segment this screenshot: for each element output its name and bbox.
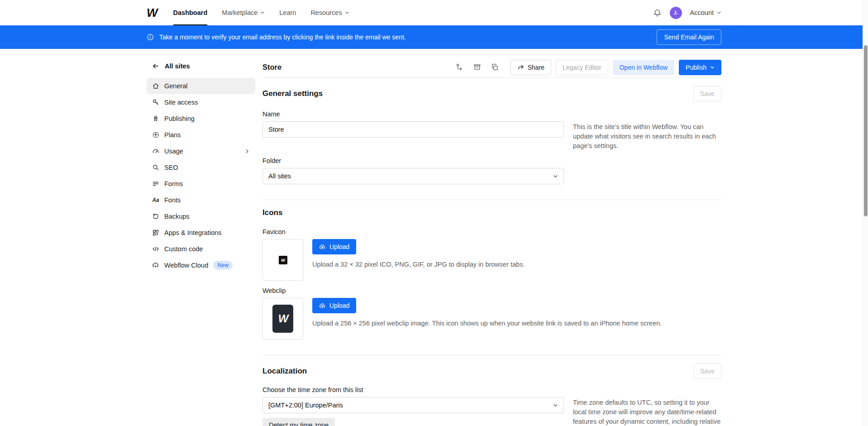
apps-grid-icon — [152, 229, 159, 236]
account-menu[interactable]: Account — [690, 9, 721, 16]
settings-content: Store Share — [262, 60, 721, 426]
webflow-logo[interactable]: W — [147, 0, 157, 25]
info-icon — [147, 34, 154, 41]
name-label: Name — [262, 110, 721, 118]
arrow-left-icon — [152, 62, 159, 70]
favicon-preview-image: w — [279, 256, 287, 264]
share-arrow-icon — [517, 64, 524, 71]
publish-button[interactable]: Publish — [679, 60, 721, 75]
avatar[interactable]: J. — [670, 7, 682, 19]
banner-message: Take a moment to verify your email addre… — [159, 34, 406, 41]
webclip-preview-image: W — [272, 305, 293, 333]
bell-icon[interactable] — [653, 9, 662, 17]
sidebar-item-seo[interactable]: SEO — [147, 159, 255, 176]
upload-cloud-icon — [319, 302, 326, 309]
sidebar-item-forms[interactable]: Forms — [147, 176, 255, 192]
font-aa-icon: Aa — [152, 196, 159, 204]
duplicate-icon[interactable] — [491, 63, 499, 71]
save-button[interactable]: Save — [693, 364, 721, 379]
settings-sidebar: All sites General Site access Publishing — [147, 60, 255, 273]
nav-item-dashboard[interactable]: Dashboard — [173, 0, 208, 25]
open-in-webflow-button[interactable]: Open in Webflow — [613, 60, 674, 75]
section-title-localization: Localization — [262, 367, 307, 376]
sidebar-item-general[interactable]: General — [147, 78, 255, 94]
sidebar-item-fonts[interactable]: Aa Fonts — [147, 192, 255, 208]
legacy-editor-button[interactable]: Legacy Editor — [556, 60, 608, 75]
webclip-help-text: Upload a 256 × 256 pixel webclip image. … — [312, 319, 662, 328]
general-settings-section: General settings Save Name This is the s… — [262, 78, 721, 200]
email-verify-banner: Take a moment to verify your email addre… — [0, 25, 868, 49]
sidebar-item-site-access[interactable]: Site access — [147, 94, 255, 110]
rocket-icon — [152, 115, 159, 122]
nav-item-resources[interactable]: Resources — [310, 0, 349, 25]
favicon-upload-button[interactable]: Upload — [312, 239, 356, 254]
site-name-input[interactable] — [262, 121, 564, 138]
folder-select[interactable]: All sites — [262, 168, 564, 184]
chevron-down-icon — [717, 10, 721, 15]
webclip-label: Webclip — [262, 287, 721, 294]
timezone-help-text: Time zone defaults to UTC, so setting it… — [573, 397, 721, 426]
sidebar-item-webflow-cloud[interactable]: Webflow Cloud New — [147, 257, 255, 273]
section-title-icons: Icons — [262, 208, 282, 217]
gauge-icon — [152, 148, 159, 155]
site-header: Store Share — [262, 60, 721, 78]
back-to-all-sites[interactable]: All sites — [147, 60, 255, 72]
search-icon — [152, 164, 159, 171]
send-email-again-button[interactable]: Send Email Again — [657, 29, 721, 45]
webflow-logo-glyph: W — [147, 6, 157, 20]
chevron-down-icon — [710, 65, 715, 70]
nav-item-learn[interactable]: Learn — [279, 0, 296, 25]
sidebar-item-publishing[interactable]: Publishing — [147, 110, 255, 127]
webclip-upload-button[interactable]: Upload — [312, 298, 356, 313]
webclip-preview-tile[interactable]: W — [262, 298, 303, 340]
upload-cloud-icon — [319, 244, 326, 250]
detect-timezone-button[interactable]: Detect my time zone — [262, 418, 335, 426]
chevron-down-icon — [553, 403, 558, 408]
favicon-help-text: Upload a 32 × 32 pixel ICO, PNG, GIF, or… — [312, 260, 525, 269]
scrollbar-thumb[interactable] — [864, 45, 868, 216]
nav-item-marketplace[interactable]: Marketplace — [222, 0, 265, 25]
page-title: Store — [262, 63, 281, 72]
form-lines-icon — [152, 180, 159, 187]
save-button[interactable]: Save — [693, 86, 721, 101]
sidebar-item-usage[interactable]: Usage — [147, 143, 255, 159]
home-icon — [152, 82, 159, 90]
favicon-preview-tile[interactable]: w — [262, 239, 303, 281]
chevron-down-icon — [345, 10, 349, 15]
restore-icon — [152, 213, 159, 220]
new-badge: New — [213, 261, 233, 270]
share-button[interactable]: Share — [510, 60, 551, 75]
sidebar-item-plans[interactable]: Plans — [147, 127, 255, 143]
sidebar-item-apps-integrations[interactable]: Apps & Integrations — [147, 225, 255, 241]
arrow-up-circle-icon — [152, 131, 159, 139]
localization-section: Localization Save Choose the time zone f… — [262, 355, 721, 426]
icons-section: Icons Favicon w Upload Upload a 32 × 32 … — [262, 200, 721, 355]
primary-nav: Dashboard Marketplace Learn Resources — [173, 0, 349, 25]
folder-label: Folder — [262, 157, 721, 164]
chevron-down-icon — [260, 10, 265, 15]
top-nav: W Dashboard Marketplace Learn Resources — [0, 0, 868, 25]
transfer-site-icon[interactable] — [456, 63, 463, 71]
chevron-right-icon — [244, 148, 250, 154]
timezone-label: Choose the time zone from this list — [262, 386, 721, 393]
section-title-general-settings: General settings — [262, 89, 323, 98]
timezone-select[interactable]: [GMT+2:00] Europe/Paris — [262, 397, 564, 413]
page-scrollbar[interactable] — [863, 0, 868, 426]
chevron-down-icon — [553, 174, 558, 179]
cloud-icon — [152, 262, 159, 269]
code-icon — [152, 245, 159, 253]
archive-icon[interactable] — [473, 63, 481, 71]
favicon-label: Favicon — [262, 228, 721, 235]
sidebar-item-backups[interactable]: Backups — [147, 208, 255, 225]
sidebar-item-custom-code[interactable]: Custom code — [147, 241, 255, 257]
name-help-text: This is the site's title within Webflow.… — [573, 121, 721, 151]
key-icon — [152, 99, 159, 106]
